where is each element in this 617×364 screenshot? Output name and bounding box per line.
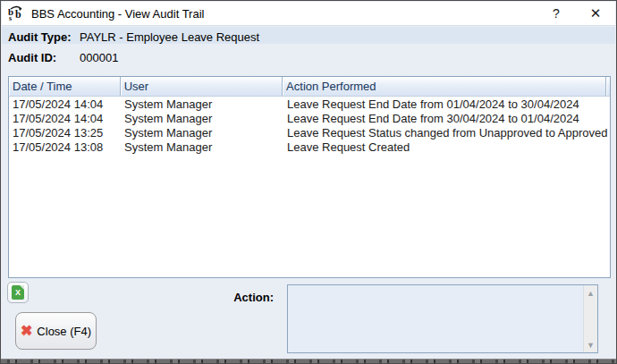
close-window-button[interactable]: ✕: [576, 2, 615, 25]
cell-datetime: 17/05/2024 13:25: [9, 126, 121, 140]
red-x-icon: ✖: [21, 324, 32, 338]
bbs-app-icon: b s b: [8, 5, 26, 21]
table-row[interactable]: 17/05/2024 13:08 System Manager Leave Re…: [9, 140, 610, 154]
cell-user: System Manager: [121, 126, 283, 140]
column-header-date-time[interactable]: Date / Time: [9, 77, 121, 96]
close-button-label: Close (F4): [37, 325, 91, 338]
audit-trail-dialog: b s b BBS Accounting - View Audit Trail …: [0, 0, 617, 364]
column-header-user[interactable]: User: [121, 77, 283, 96]
audit-trail-table: Date / Time User Action Performed 17/05/…: [8, 76, 611, 278]
scroll-up-icon[interactable]: ▲: [584, 286, 597, 300]
table-body: 17/05/2024 14:04 System Manager Leave Re…: [9, 97, 610, 277]
action-scrollbar[interactable]: ▲ ▼: [583, 285, 597, 352]
cell-datetime: 17/05/2024 13:08: [9, 140, 121, 154]
column-header-action-performed[interactable]: Action Performed: [283, 77, 606, 96]
excel-file-icon: X: [12, 285, 24, 300]
cell-action: Leave Request Status changed from Unappr…: [283, 126, 610, 140]
table-row[interactable]: 17/05/2024 13:25 System Manager Leave Re…: [9, 125, 610, 140]
cell-user: System Manager: [121, 97, 283, 111]
action-label: Action:: [207, 291, 274, 304]
cell-datetime: 17/05/2024 14:04: [9, 97, 121, 111]
audit-id-value: 000001: [80, 51, 118, 64]
scroll-down-icon[interactable]: ▼: [584, 338, 597, 351]
cell-action: Leave Request Created: [283, 140, 610, 154]
title-bar[interactable]: b s b BBS Accounting - View Audit Trail …: [2, 2, 615, 26]
titlebar-buttons: ? ✕: [537, 2, 615, 25]
table-header: Date / Time User Action Performed: [9, 77, 610, 97]
background-window-edge: [1, 359, 616, 363]
action-textarea[interactable]: ▲ ▼: [287, 284, 598, 353]
cell-action: Leave Request End Date from 30/04/2024 t…: [283, 112, 610, 125]
action-text-value: [291, 287, 579, 351]
window-title: BBS Accounting - View Audit Trail: [31, 7, 204, 21]
cell-datetime: 17/05/2024 14:04: [9, 112, 121, 125]
svg-text:b: b: [15, 8, 21, 21]
audit-type-label: Audit Type:: [8, 30, 72, 44]
table-row[interactable]: 17/05/2024 14:04 System Manager Leave Re…: [9, 97, 610, 111]
close-f4-button[interactable]: ✖ Close (F4): [15, 312, 97, 350]
svg-text:s: s: [9, 14, 12, 21]
cell-user: System Manager: [121, 112, 283, 125]
excel-x-glyph: X: [15, 289, 21, 297]
audit-type-value: PAYLR - Employee Leave Request: [80, 30, 259, 44]
cell-action: Leave Request End Date from 01/04/2024 t…: [283, 97, 610, 111]
column-header-filler: [606, 77, 610, 96]
table-row[interactable]: 17/05/2024 14:04 System Manager Leave Re…: [9, 111, 610, 125]
cell-user: System Manager: [121, 140, 283, 154]
audit-id-label: Audit ID:: [8, 51, 56, 64]
export-excel-button[interactable]: X: [7, 282, 29, 303]
help-button[interactable]: ?: [537, 2, 576, 25]
